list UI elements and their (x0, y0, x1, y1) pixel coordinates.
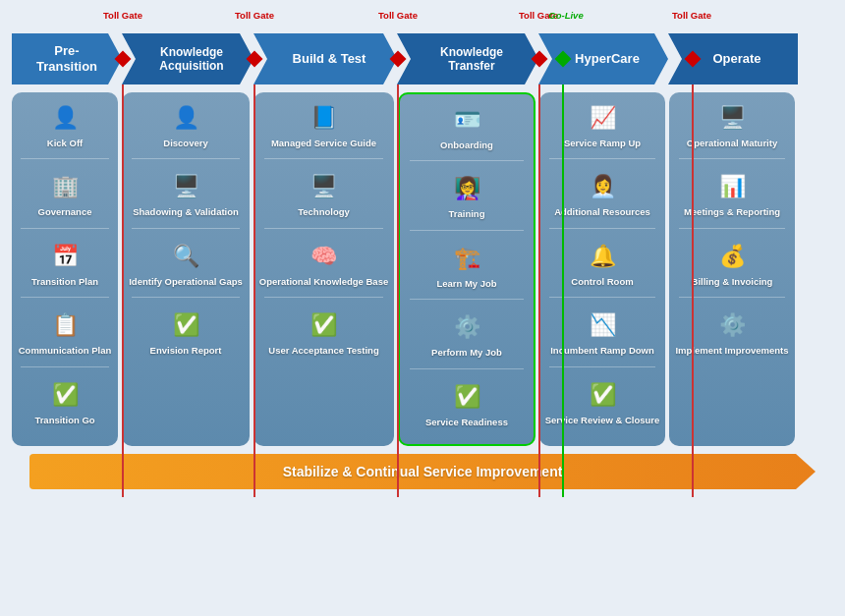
control-room-icon: 🔔 (583, 239, 622, 274)
technology-label: Technology (298, 206, 350, 217)
service-readiness-label: Service Readiness (425, 417, 508, 427)
perform-my-job-icon: ⚙️ (447, 309, 486, 345)
item-training: 👩‍🏫 Training (404, 171, 530, 219)
toll-line-3 (397, 84, 399, 497)
incumbent-ramp-down-icon: 📉 (583, 308, 622, 343)
discovery-icon: 👤 (166, 100, 205, 136)
item-additional-resources: 👩‍💼 Additional Resources (543, 169, 661, 217)
divider (549, 228, 655, 229)
item-perform-my-job: ⚙️ Perform My Job (404, 309, 530, 358)
additional-resources-icon: 👩‍💼 (583, 169, 622, 204)
transition-go-icon: ✅ (45, 377, 84, 413)
toll-label-1: Toll Gate (103, 10, 142, 21)
bottom-banner-row: Stabilize & Continual Service Improvemen… (12, 454, 833, 489)
communication-plan-icon: 📋 (45, 308, 84, 343)
learn-my-job-label: Learn My Job (436, 278, 496, 289)
operational-maturity-label: Operational Maturity (687, 138, 777, 148)
divider (264, 228, 384, 229)
col-knowledge-transfer: 🪪 Onboarding 👩‍🏫 Training 🏗️ Learn My Jo… (398, 92, 535, 446)
perform-my-job-label: Perform My Job (431, 347, 502, 358)
item-transition-plan: 📅 Transition Plan (16, 239, 114, 287)
governance-icon: 🏢 (45, 169, 84, 204)
governance-label: Governance (38, 206, 92, 217)
divider (132, 158, 240, 159)
item-shadowing: 🖥️ Shadowing & Validation (126, 169, 246, 217)
service-ramp-up-label: Service Ramp Up (564, 138, 641, 148)
kickoff-label: Kick Off (47, 138, 83, 148)
kickoff-icon: 👤 (45, 100, 84, 136)
content-row: 👤 Kick Off 🏢 Governance 📅 Transition Pla… (12, 92, 833, 446)
divider (132, 228, 240, 229)
toll-label-2: Toll Gate (235, 10, 274, 21)
service-review-closure-icon: ✅ (583, 377, 622, 413)
divider (410, 299, 523, 300)
shadowing-label: Shadowing & Validation (133, 206, 239, 217)
control-room-label: Control Room (571, 276, 633, 287)
divider (549, 297, 655, 298)
bottom-banner-text: Stabilize & Continual Service Improvemen… (283, 464, 563, 479)
phase-pre-transition: Pre-Transition (12, 33, 122, 84)
phase-knowledge-transfer: KnowledgeTransfer (397, 33, 538, 84)
item-transition-go: ✅ Transition Go (16, 377, 114, 425)
operational-maturity-icon: 🖥️ (712, 100, 752, 136)
item-envision-report: ✅ Envision Report (126, 308, 246, 356)
envision-report-label: Envision Report (150, 345, 222, 356)
technology-icon: 🖥️ (305, 169, 344, 204)
divider (679, 158, 785, 159)
divider (679, 228, 785, 229)
toll-line-4 (538, 84, 540, 497)
transition-go-label: Transition Go (34, 415, 94, 425)
divider (21, 158, 109, 159)
envision-report-icon: ✅ (166, 308, 205, 343)
divider (21, 228, 109, 229)
identify-gaps-label: Identify Operational Gaps (129, 276, 243, 287)
billing-invoicing-icon: 💰 (712, 239, 752, 274)
item-communication-plan: 📋 Communication Plan (16, 308, 114, 356)
divider (132, 297, 240, 298)
transition-plan-icon: 📅 (45, 239, 84, 274)
item-operational-maturity: 🖥️ Operational Maturity (673, 100, 791, 148)
divider (410, 368, 523, 369)
service-readiness-icon: ✅ (447, 379, 486, 415)
uat-icon: ✅ (305, 308, 344, 343)
item-identify-gaps: 🔍 Identify Operational Gaps (126, 239, 246, 287)
item-kickoff: 👤 Kick Off (16, 100, 114, 148)
additional-resources-label: Additional Resources (554, 206, 650, 217)
item-knowledge-base: 🧠 Operational Knowledge Base (257, 239, 390, 287)
toll-line-1 (122, 84, 124, 497)
item-implement-improvements: ⚙️ Implement Improvements (673, 308, 791, 356)
knowledge-base-label: Operational Knowledge Base (259, 276, 388, 287)
item-meetings-reporting: 📊 Meetings & Reporting (673, 169, 791, 217)
meetings-reporting-icon: 📊 (712, 169, 752, 204)
item-service-readiness: ✅ Service Readiness (404, 379, 530, 427)
toll-line-5 (692, 84, 694, 497)
phase-build-test: Build & Test (254, 33, 397, 84)
billing-invoicing-label: Billing & Invoicing (692, 276, 773, 287)
communication-plan-label: Communication Plan (19, 345, 111, 356)
incumbent-ramp-down-label: Incumbent Ramp Down (550, 345, 654, 356)
item-billing-invoicing: 💰 Billing & Invoicing (673, 239, 791, 287)
main-container: Toll Gate Toll Gate Toll Gate Toll Gate … (0, 0, 845, 497)
divider (264, 297, 384, 298)
col-build-test: 📘 Managed Service Guide 🖥️ Technology 🧠 … (254, 92, 394, 446)
shadowing-icon: 🖥️ (166, 169, 205, 204)
phases-row: Pre-Transition KnowledgeAcquisition Buil… (12, 33, 833, 84)
knowledge-base-icon: 🧠 (305, 239, 344, 274)
col-pre-transition: 👤 Kick Off 🏢 Governance 📅 Transition Pla… (12, 92, 118, 446)
item-service-review-closure: ✅ Service Review & Closure (543, 377, 661, 425)
item-incumbent-ramp-down: 📉 Incumbent Ramp Down (543, 308, 661, 356)
divider (679, 297, 785, 298)
item-uat: ✅ User Acceptance Testing (257, 308, 390, 356)
onboarding-icon: 🪪 (447, 102, 486, 138)
item-control-room: 🔔 Control Room (543, 239, 661, 287)
toll-line-2 (254, 84, 255, 497)
item-managed-service-guide: 📘 Managed Service Guide (257, 100, 390, 148)
divider (21, 297, 109, 298)
training-icon: 👩‍🏫 (447, 171, 486, 206)
discovery-label: Discovery (163, 138, 207, 148)
divider (549, 366, 655, 367)
item-learn-my-job: 🏗️ Learn My Job (404, 241, 530, 289)
divider (21, 366, 109, 367)
item-discovery: 👤 Discovery (126, 100, 246, 148)
item-technology: 🖥️ Technology (257, 169, 390, 217)
